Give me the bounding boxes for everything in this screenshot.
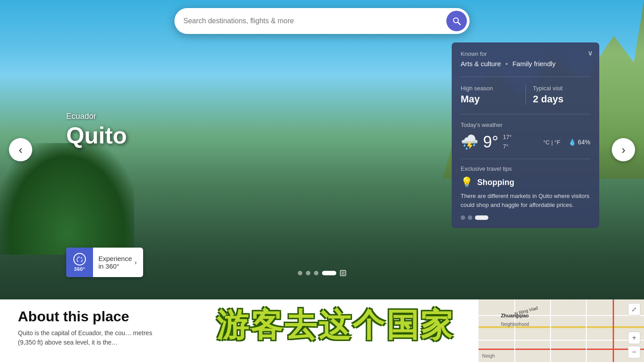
map-road-v3 [586, 299, 587, 362]
map-neighborhood-label: Neighborhood [501, 322, 529, 327]
tip-description: There are different markets in Quito whe… [461, 192, 590, 209]
season-visit: High season May Typical visit 2 days [461, 76, 590, 105]
map-road-v1 [514, 299, 515, 362]
humidity-value: 64% [578, 139, 590, 146]
panel-dot-2[interactable] [468, 215, 472, 220]
map-zoom-out-button[interactable]: − [628, 346, 640, 358]
travel-tips-label: Exclusive travel tips [461, 165, 590, 172]
temp-high: 17° [503, 134, 512, 140]
map-road-v4 [613, 299, 614, 362]
location-country: Ecuador [66, 112, 127, 121]
360-circle-icon [73, 253, 86, 265]
travel-tips: Exclusive travel tips 💡 Shopping There a… [461, 159, 590, 209]
weather-minmax: 17° 7° [503, 133, 512, 152]
dots-indicator [298, 270, 346, 276]
btn-360[interactable]: 360° Experiencein 360° › [66, 248, 143, 277]
tag-family: Family friendly [513, 60, 556, 67]
map-controls: + − [628, 332, 640, 358]
search-icon [452, 17, 461, 25]
search-button[interactable] [446, 11, 467, 31]
panel-dot-3-active[interactable] [475, 215, 488, 220]
weather-section: Today's weather ⛈️ 9° 17° 7° °C | °F 💧 6… [461, 114, 590, 152]
typical-visit-block: Typical visit 2 days [525, 85, 591, 105]
map-road-h4 [479, 349, 644, 350]
map-neigh-label: Neigh [482, 353, 495, 358]
next-button[interactable]: › [612, 138, 635, 161]
weather-temp: 9° [483, 133, 498, 152]
chevron-right-icon: › [622, 144, 626, 156]
search-bar [174, 8, 470, 34]
weather-row: ⛈️ 9° 17° 7° °C | °F 💧 64% [461, 133, 590, 152]
dot-1[interactable] [298, 271, 302, 275]
map-zhuangqiao-label: Zhuangqiao [501, 313, 529, 318]
info-panel: ∨ Known for Arts & culture • Family frie… [452, 42, 599, 228]
minus-icon: − [632, 348, 636, 356]
tip-title: Shopping [477, 178, 514, 187]
hero-section: Ecuador Quito ‹ › 360° Experiencein 360°… [0, 0, 644, 299]
map-section[interactable]: N Ring Viad Zhuangqiao Neighborhood Neig… [479, 299, 644, 362]
weather-label: Today's weather [461, 122, 590, 128]
typical-visit-label: Typical visit [533, 85, 591, 92]
tag-arts: Arts & culture [461, 60, 501, 67]
tag-separator: • [505, 60, 508, 67]
btn-360-text: Experiencein 360° › [93, 250, 143, 274]
known-for-tags: Arts & culture • Family friendly [461, 60, 590, 67]
weather-units: °C | °F [543, 139, 560, 146]
chevron-right-small-icon: › [135, 259, 137, 266]
humidity-drop-icon: 💧 [568, 139, 576, 146]
map-road-h3 [479, 340, 644, 341]
typical-visit-value: 2 days [533, 93, 591, 105]
refresh-icon [76, 257, 83, 262]
temp-units-label: °C | °F [543, 139, 560, 146]
experience-label: Experiencein 360° [98, 255, 132, 270]
location-label: Ecuador Quito [66, 112, 127, 148]
chinese-text: 游客去这个国家 [179, 304, 492, 347]
weather-storm-icon: ⛈️ [461, 134, 479, 151]
chinese-overlay: 游客去这个国家 [179, 304, 492, 347]
high-season-value: May [461, 93, 518, 105]
panel-dot-1[interactable] [461, 215, 465, 220]
map-background: N Ring Viad Zhuangqiao Neighborhood Neig… [479, 299, 644, 362]
tip-header: 💡 Shopping [461, 177, 590, 188]
map-road-v2 [550, 299, 551, 362]
chevron-left-icon: ‹ [19, 144, 23, 156]
tip-bulb-icon: 💡 [461, 177, 473, 188]
expand-icon: ⤢ [631, 306, 637, 313]
high-season-block: High season May [461, 85, 525, 105]
weather-humidity: 💧 64% [568, 139, 590, 146]
about-section: About this place Quito is the capital of… [0, 299, 188, 362]
prev-button[interactable]: ‹ [9, 138, 32, 161]
dot-2[interactable] [306, 271, 310, 275]
about-title: About this place [18, 308, 170, 325]
panel-dots [461, 215, 590, 220]
panel-collapse-button[interactable]: ∨ [588, 49, 593, 57]
svg-line-1 [458, 22, 461, 25]
search-input[interactable] [183, 17, 446, 25]
pause-button[interactable] [340, 270, 346, 276]
temp-low: 7° [503, 143, 508, 150]
dot-3[interactable] [314, 271, 318, 275]
btn-360-icon-area: 360° [66, 248, 93, 277]
bottom-section: About this place Quito is the capital of… [0, 299, 644, 362]
map-zoom-in-button[interactable]: + [628, 332, 640, 344]
chevron-down-icon: ∨ [588, 49, 593, 57]
known-for-label: Known for [461, 51, 590, 57]
location-city: Quito [66, 123, 127, 148]
map-expand-button[interactable]: ⤢ [628, 303, 640, 316]
dot-4-active[interactable] [322, 271, 336, 275]
about-text: Quito is the capital of Ecuador, the cou… [18, 328, 170, 347]
plus-icon: + [632, 334, 636, 342]
360-label: 360° [74, 266, 85, 272]
high-season-label: High season [461, 85, 518, 92]
